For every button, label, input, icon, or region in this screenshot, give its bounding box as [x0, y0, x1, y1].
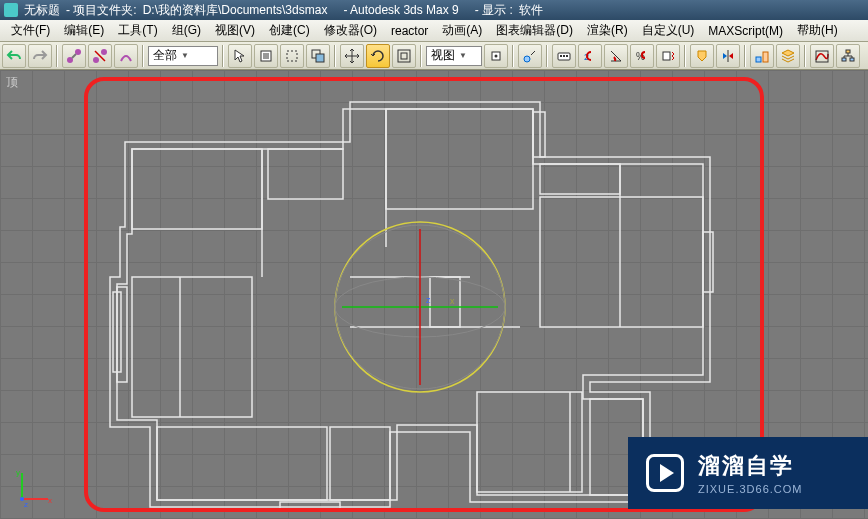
svg-point-17	[524, 56, 530, 62]
menu-maxscript[interactable]: MAXScript(M)	[701, 22, 790, 40]
menu-create[interactable]: 创建(C)	[262, 20, 317, 41]
angle-snap-button[interactable]	[604, 44, 628, 68]
svg-rect-19	[560, 55, 562, 57]
svg-rect-51	[703, 232, 713, 292]
redo-button[interactable]	[28, 44, 52, 68]
svg-rect-45	[157, 427, 327, 500]
axis-z-label: z	[24, 500, 28, 507]
undo-button[interactable]	[2, 44, 26, 68]
title-project-path: D:\我的资料库\Documents\3dsmax	[143, 2, 328, 19]
curve-editor-button[interactable]	[810, 44, 834, 68]
menu-tools[interactable]: 工具(T)	[111, 20, 164, 41]
axis-gizmo: y x z	[14, 467, 54, 507]
separator	[804, 45, 806, 67]
menu-file[interactable]: 文件(F)	[4, 20, 57, 41]
viewport-top[interactable]: 顶	[0, 70, 868, 519]
menu-edit[interactable]: 编辑(E)	[57, 20, 111, 41]
menu-group[interactable]: 组(G)	[165, 20, 208, 41]
svg-rect-28	[846, 50, 850, 53]
svg-rect-20	[563, 55, 565, 57]
move-button[interactable]	[340, 44, 364, 68]
named-selection-button[interactable]	[690, 44, 714, 68]
svg-point-55	[335, 277, 505, 337]
menu-bar: 文件(F) 编辑(E) 工具(T) 组(G) 视图(V) 创建(C) 修改器(O…	[0, 20, 868, 42]
window-crossing-button[interactable]	[306, 44, 330, 68]
svg-rect-52	[113, 292, 121, 372]
svg-rect-42	[132, 277, 252, 417]
title-untitled: 无标题	[24, 2, 60, 19]
svg-rect-31	[132, 149, 262, 229]
svg-rect-14	[398, 50, 410, 62]
mirror-button[interactable]	[716, 44, 740, 68]
svg-rect-34	[386, 109, 533, 209]
axis-y-label: y	[16, 468, 20, 477]
svg-rect-33	[268, 149, 343, 199]
svg-point-3	[93, 57, 99, 63]
bind-spacewarp-button[interactable]	[114, 44, 138, 68]
separator	[222, 45, 224, 67]
play-icon	[646, 454, 684, 492]
svg-rect-12	[316, 54, 324, 62]
separator	[142, 45, 144, 67]
use-pivot-center-button[interactable]	[484, 44, 508, 68]
svg-rect-24	[663, 52, 670, 60]
svg-rect-26	[763, 52, 768, 62]
svg-rect-53	[280, 502, 340, 510]
menu-animation[interactable]: 动画(A)	[435, 20, 489, 41]
menu-render[interactable]: 渲染(R)	[580, 20, 635, 41]
title-display-label: - 显示 :	[475, 2, 513, 19]
selection-filter-value: 全部	[153, 47, 177, 64]
menu-modifiers[interactable]: 修改器(O)	[317, 20, 384, 41]
svg-rect-29	[842, 58, 846, 61]
menu-graph[interactable]: 图表编辑器(D)	[489, 20, 580, 41]
percent-snap-button[interactable]: %	[630, 44, 654, 68]
svg-rect-41	[430, 277, 460, 327]
align-button[interactable]	[750, 44, 774, 68]
axis-x-label: x	[48, 496, 52, 505]
spinner-snap-button[interactable]	[656, 44, 680, 68]
svg-rect-43	[117, 287, 127, 382]
ref-coord-value: 视图	[431, 47, 455, 64]
layer-manager-button[interactable]	[776, 44, 800, 68]
viewport-label: 顶	[6, 74, 18, 91]
svg-rect-21	[566, 55, 568, 57]
schematic-view-button[interactable]	[836, 44, 860, 68]
menu-customize[interactable]: 自定义(U)	[635, 20, 702, 41]
watermark-url: ZIXUE.3D66.COM	[698, 483, 802, 495]
ref-coord-combo[interactable]: 视图 ▼	[426, 46, 482, 66]
scale-button[interactable]	[392, 44, 416, 68]
title-app: - Autodesk 3ds Max 9	[343, 3, 458, 17]
svg-rect-30	[850, 58, 854, 61]
title-display-value: 软件	[519, 2, 543, 19]
chevron-down-icon: ▼	[181, 51, 189, 60]
svg-point-56	[335, 225, 505, 389]
rotate-button[interactable]	[366, 44, 390, 68]
title-bar: 无标题 - 项目文件夹: D:\我的资料库\Documents\3dsmax -…	[0, 0, 868, 20]
separator	[684, 45, 686, 67]
svg-text:z: z	[426, 295, 431, 305]
select-by-name-button[interactable]	[254, 44, 278, 68]
menu-reactor[interactable]: reactor	[384, 22, 435, 40]
separator	[546, 45, 548, 67]
menu-views[interactable]: 视图(V)	[208, 20, 262, 41]
main-toolbar: 全部 ▼ 视图 ▼ 2 %	[0, 42, 868, 70]
separator	[512, 45, 514, 67]
separator	[420, 45, 422, 67]
separator	[56, 45, 58, 67]
chevron-down-icon: ▼	[459, 51, 467, 60]
selection-filter-combo[interactable]: 全部 ▼	[148, 46, 218, 66]
separator	[744, 45, 746, 67]
keyboard-shortcut-button[interactable]	[552, 44, 576, 68]
svg-rect-10	[287, 51, 297, 61]
snap-2d-button[interactable]: 2	[578, 44, 602, 68]
unlink-button[interactable]	[88, 44, 112, 68]
select-manipulate-button[interactable]	[518, 44, 542, 68]
select-region-button[interactable]	[280, 44, 304, 68]
watermark-brand: 溜溜自学	[698, 451, 802, 481]
menu-help[interactable]: 帮助(H)	[790, 20, 845, 41]
svg-point-4	[101, 49, 107, 55]
link-button[interactable]	[62, 44, 86, 68]
select-object-button[interactable]	[228, 44, 252, 68]
svg-rect-36	[540, 164, 620, 194]
svg-text:x: x	[450, 296, 455, 306]
